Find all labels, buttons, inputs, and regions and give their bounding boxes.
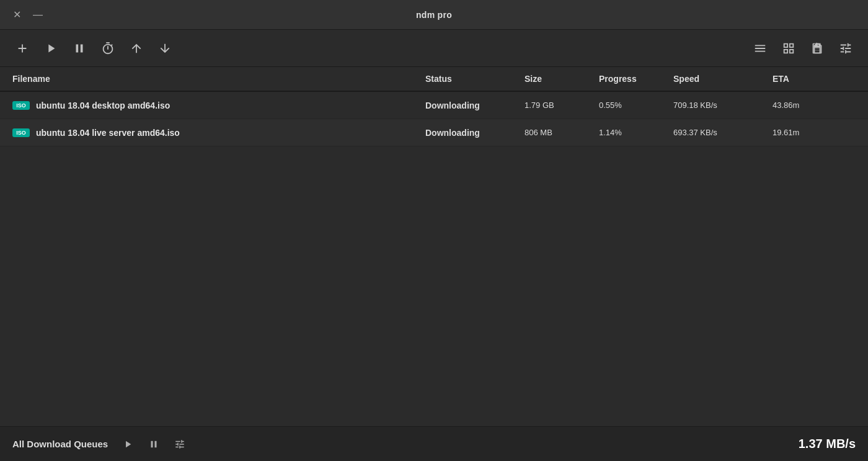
pause-icon: [148, 439, 159, 450]
eta-cell: 19.61m: [768, 128, 842, 137]
status-bar: All Download Queues 1.37 MB/s: [0, 426, 868, 461]
status-play-button[interactable]: [118, 434, 138, 454]
queue-label: All Download Queues: [12, 439, 108, 449]
toolbar-left: [11, 37, 176, 60]
col-status: Status: [420, 74, 520, 84]
downloads-table: Filename Status Size Progress Speed ETA …: [0, 67, 868, 426]
table-row[interactable]: ISO ubuntu 18.04 live server amd64.iso D…: [0, 119, 868, 146]
size-cell: 1.79 GB: [520, 101, 594, 110]
timer-icon: [101, 42, 115, 55]
col-size: Size: [520, 74, 594, 84]
export-button[interactable]: [806, 37, 828, 60]
play-icon: [44, 42, 58, 55]
status-bar-left: All Download Queues: [12, 434, 190, 454]
settings-button[interactable]: [835, 37, 857, 60]
size-cell: 806 MB: [520, 128, 594, 137]
filename-cell: ISO ubuntu 18.04 live server amd64.iso: [7, 128, 420, 138]
list-view-icon: [753, 42, 767, 55]
settings-icon: [174, 439, 185, 450]
iso-badge: ISO: [12, 101, 30, 110]
pause-icon: [73, 42, 86, 55]
close-button[interactable]: ✕: [10, 8, 24, 22]
list-view-button[interactable]: [749, 37, 771, 60]
app-title: ndm pro: [416, 10, 452, 20]
status-pause-button[interactable]: [144, 434, 164, 454]
arrow-down-icon: [158, 42, 172, 55]
col-progress: Progress: [594, 74, 668, 84]
filename-cell: ISO ubuntu 18.04 desktop amd64.iso: [7, 101, 420, 110]
move-down-button[interactable]: [154, 37, 176, 60]
arrow-up-icon: [130, 42, 143, 55]
pause-button[interactable]: [68, 37, 91, 60]
status-cell: Downloading: [420, 128, 520, 138]
progress-cell: 0.55%: [594, 101, 668, 110]
progress-cell: 1.14%: [594, 128, 668, 137]
col-eta: ETA: [768, 74, 842, 84]
minimize-button[interactable]: —: [31, 8, 45, 22]
play-icon: [122, 439, 133, 450]
add-button[interactable]: [11, 37, 33, 60]
total-speed: 1.37 MB/s: [799, 437, 856, 451]
export-icon: [810, 42, 824, 55]
timer-button[interactable]: [97, 37, 119, 60]
filename-text: ubuntu 18.04 desktop amd64.iso: [36, 101, 170, 110]
table-row[interactable]: ISO ubuntu 18.04 desktop amd64.iso Downl…: [0, 92, 868, 119]
plus-icon: [16, 42, 29, 55]
col-speed: Speed: [668, 74, 768, 84]
title-bar: ✕ — ndm pro: [0, 0, 868, 30]
play-button[interactable]: [40, 37, 62, 60]
filename-text: ubuntu 18.04 live server amd64.iso: [36, 128, 180, 138]
status-settings-button[interactable]: [170, 434, 190, 454]
eta-cell: 43.86m: [768, 101, 842, 110]
iso-badge: ISO: [12, 128, 30, 137]
status-cell: Downloading: [420, 101, 520, 110]
move-up-button[interactable]: [125, 37, 148, 60]
window-controls: ✕ —: [10, 8, 45, 22]
toolbar: [0, 30, 868, 67]
col-filename: Filename: [7, 74, 420, 84]
grid-view-button[interactable]: [777, 37, 800, 60]
speed-cell: 693.37 KB/s: [668, 128, 768, 137]
toolbar-right: [749, 37, 857, 60]
table-header: Filename Status Size Progress Speed ETA: [0, 67, 868, 92]
status-bar-controls: [118, 434, 190, 454]
settings-icon: [839, 42, 852, 55]
grid-view-icon: [782, 42, 795, 55]
speed-cell: 709.18 KB/s: [668, 101, 768, 110]
